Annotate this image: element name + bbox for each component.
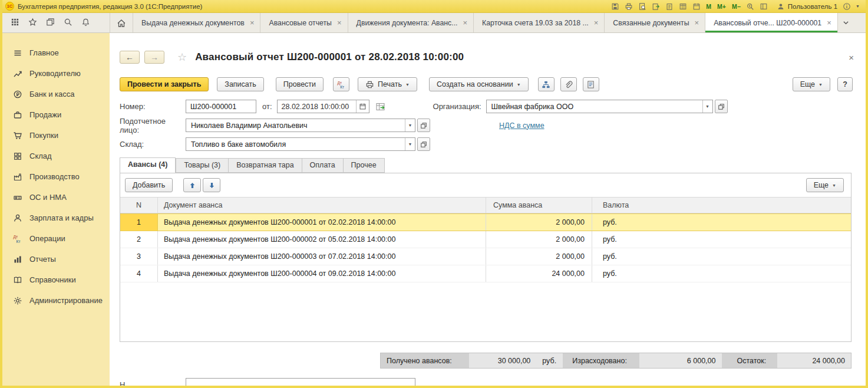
open-button[interactable] xyxy=(417,137,430,151)
sidebar-item-purchases[interactable]: Покупки xyxy=(2,125,110,146)
grid-more-button[interactable]: Еще ▼ xyxy=(806,178,844,192)
person-field[interactable]: Николаев Владимир Анатольевич ▼ xyxy=(186,119,430,132)
dropdown-caret-icon[interactable]: ▼ xyxy=(405,138,415,150)
history-icon[interactable] xyxy=(46,18,55,28)
column-header-amount[interactable]: Сумма аванса xyxy=(486,198,592,213)
back-button[interactable]: ← xyxy=(120,51,140,64)
write-button[interactable]: Записать xyxy=(217,77,263,91)
column-header-document[interactable]: Документ аванса xyxy=(158,198,486,213)
attachments-button[interactable] xyxy=(560,77,577,91)
sidebar-item-fixed-assets[interactable]: ОС и НМА xyxy=(2,187,110,208)
move-up-button[interactable] xyxy=(183,178,201,192)
sidebar-item-administration[interactable]: Администрирование xyxy=(2,290,110,311)
structure-button[interactable] xyxy=(538,77,555,91)
table-row[interactable]: 4 Выдача денежных документов Ш200-000004… xyxy=(120,265,851,282)
tab-close-icon[interactable]: × xyxy=(695,19,699,27)
tab-payment[interactable]: Оплата xyxy=(302,158,343,173)
table-row[interactable]: 1 Выдача денежных документов Ш200-000001… xyxy=(120,213,851,231)
totals-bar-wrap: Получено авансов: 30 000,00 руб. Израсхо… xyxy=(120,353,852,369)
info-icon[interactable] xyxy=(842,2,851,11)
number-field[interactable]: Ш200-000001 xyxy=(186,100,256,113)
favorite-star-icon[interactable]: ☆ xyxy=(177,51,187,64)
app-window: 1С Бухгалтерия предприятия, редакция 3.0… xyxy=(0,0,868,388)
sidebar-item-main[interactable]: Главное xyxy=(2,42,110,63)
sidebar-item-production[interactable]: Производство xyxy=(2,166,110,187)
date-field[interactable]: 28.02.2018 10:00:00 xyxy=(277,100,369,113)
tab-cash-documents[interactable]: Выдача денежных документов × xyxy=(133,13,260,32)
warehouse-field[interactable]: Топливо в баке автомобиля ▼ xyxy=(186,137,430,151)
open-button[interactable] xyxy=(715,100,728,113)
current-user[interactable]: Пользователь 1 xyxy=(777,2,837,11)
sidebar-item-warehouse[interactable]: Склад xyxy=(2,146,110,166)
save-icon[interactable] xyxy=(610,2,619,11)
memory-mminus-button[interactable]: М− xyxy=(731,3,741,10)
panels-icon[interactable] xyxy=(760,2,768,11)
forward-button[interactable]: → xyxy=(144,51,164,64)
document-form: ← → ☆ Авансовый отчет Ш200-000001 от 28.… xyxy=(110,33,866,386)
preview-icon[interactable] xyxy=(638,2,646,11)
create-on-base-button[interactable]: Создать на основании ▼ xyxy=(429,77,529,91)
dropdown-caret-icon[interactable]: ▼ xyxy=(405,119,415,131)
home-tab[interactable] xyxy=(110,13,133,32)
show-movements-icon[interactable] xyxy=(375,101,386,112)
add-row-button[interactable]: Добавить xyxy=(125,178,173,192)
notifications-bell-icon[interactable] xyxy=(81,18,90,28)
vat-in-amount-link[interactable]: НДС в сумме xyxy=(499,121,544,130)
dt-kt-button[interactable]: ДтКт xyxy=(333,77,349,91)
cell-n: 1 xyxy=(120,214,158,231)
print-button[interactable]: Печать ▼ xyxy=(358,77,417,91)
memory-m-button[interactable]: М xyxy=(705,3,712,10)
tab-advance-report-active[interactable]: Авансовый отче... Ш200-000001 × xyxy=(705,13,838,32)
sidebar-item-label: Главное xyxy=(29,48,59,57)
reports-button[interactable] xyxy=(583,77,599,91)
open-file-icon[interactable] xyxy=(665,2,674,11)
tab-advances[interactable]: Авансы (4) xyxy=(120,157,176,173)
dropdown-caret-icon[interactable]: ▼ xyxy=(702,100,712,113)
move-down-button[interactable] xyxy=(203,178,220,192)
favorites-star-icon[interactable] xyxy=(28,18,37,28)
column-header-currency[interactable]: Валюта xyxy=(592,198,851,213)
tab-close-icon[interactable]: × xyxy=(250,19,255,27)
search-icon[interactable] xyxy=(64,18,72,28)
clipped-field-input[interactable] xyxy=(186,378,415,386)
send-icon[interactable] xyxy=(651,2,660,11)
tab-close-icon[interactable]: × xyxy=(594,19,599,27)
tab-close-icon[interactable]: × xyxy=(827,19,831,27)
sidebar-item-manager[interactable]: Руководителю xyxy=(2,63,110,84)
tab-list-chevron-icon[interactable] xyxy=(838,13,854,32)
tab-document-movements[interactable]: Движения документа: Аванс... × xyxy=(348,13,474,32)
tab-account-card[interactable]: Карточка счета 19.03 за 2018 ... × xyxy=(474,13,605,32)
calendar-picker-icon[interactable] xyxy=(356,100,369,113)
tab-related-documents[interactable]: Связанные документы × xyxy=(605,13,705,32)
column-header-n[interactable]: N xyxy=(120,198,158,213)
post-and-close-button[interactable]: Провести и закрыть xyxy=(120,77,209,91)
more-button[interactable]: Еще ▼ xyxy=(793,77,830,91)
tab-other[interactable]: Прочее xyxy=(343,158,385,173)
sidebar-item-bank-cash[interactable]: Банк и касса xyxy=(2,84,110,104)
print-icon[interactable] xyxy=(624,2,633,11)
open-button[interactable] xyxy=(417,119,430,132)
help-button[interactable]: ? xyxy=(837,77,853,91)
close-form-icon[interactable]: × xyxy=(846,52,856,63)
table-icon[interactable] xyxy=(678,2,687,11)
table-row[interactable]: 2 Выдача денежных документов Ш200-000002… xyxy=(120,231,851,248)
apps-menu-icon[interactable] xyxy=(11,18,19,28)
tab-goods[interactable]: Товары (3) xyxy=(176,158,228,173)
tab-advance-reports[interactable]: Авансовые отчеты × xyxy=(260,13,348,32)
table-row[interactable]: 3 Выдача денежных документов Ш200-000003… xyxy=(120,248,851,265)
tab-close-icon[interactable]: × xyxy=(337,19,342,27)
post-button[interactable]: Провести xyxy=(276,77,324,91)
memory-mplus-button[interactable]: М+ xyxy=(717,3,727,10)
sidebar-item-payroll-hr[interactable]: Зарплата и кадры xyxy=(2,208,110,228)
tab-returnable-packaging[interactable]: Возвратная тара xyxy=(228,158,301,173)
sidebar-item-sales[interactable]: Продажи xyxy=(2,104,110,125)
zoom-icon[interactable] xyxy=(746,2,755,11)
sidebar-item-references[interactable]: Справочники xyxy=(2,269,110,290)
cell-n: 2 xyxy=(120,231,158,248)
calendar-icon[interactable] xyxy=(692,2,701,11)
organization-field[interactable]: Швейная фабрика ООО ▼ xyxy=(486,100,728,113)
sidebar-item-operations[interactable]: ДтКт Операции xyxy=(2,228,110,249)
tab-close-icon[interactable]: × xyxy=(463,19,468,27)
sidebar-item-reports[interactable]: Отчеты xyxy=(2,249,110,269)
info-caret-icon[interactable]: ▼ xyxy=(856,4,860,8)
